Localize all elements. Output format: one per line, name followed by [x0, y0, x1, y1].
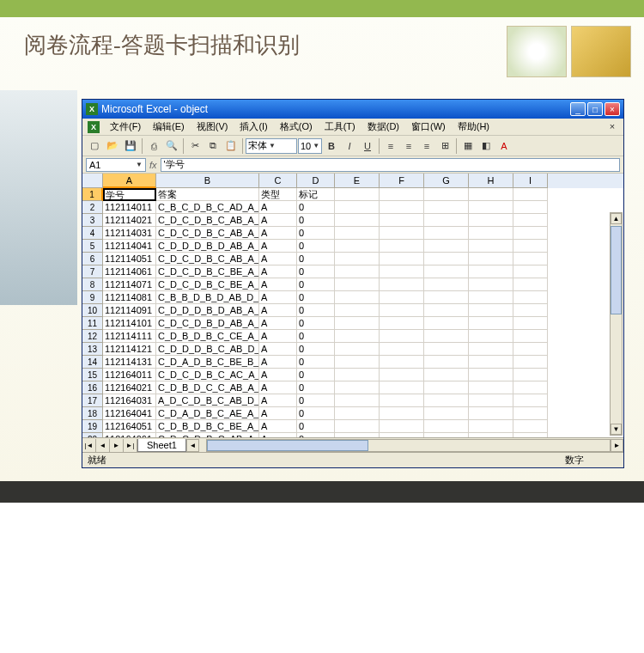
cell[interactable]: A	[259, 394, 297, 407]
cell[interactable]	[335, 369, 380, 381]
cell[interactable]	[513, 381, 548, 394]
cell[interactable]	[469, 330, 513, 343]
app-menu-icon[interactable]: X	[88, 121, 100, 133]
cell[interactable]	[513, 227, 548, 240]
vscroll-thumb[interactable]	[611, 226, 622, 314]
cell[interactable]	[513, 214, 548, 227]
cell[interactable]	[380, 317, 424, 330]
cell[interactable]	[335, 317, 380, 330]
row-header[interactable]: 2	[82, 201, 103, 214]
name-box[interactable]: A1 ▼	[86, 158, 146, 172]
cell[interactable]	[469, 291, 513, 304]
cell[interactable]	[513, 330, 548, 343]
cell[interactable]	[424, 330, 469, 343]
copy-icon[interactable]: ⧉	[204, 137, 222, 155]
formula-input[interactable]: '学号	[161, 158, 620, 172]
bold-button[interactable]: B	[323, 137, 340, 155]
cell[interactable]: C_D_D_D_B_C_AB_D_D_B	[156, 343, 259, 356]
row-header[interactable]: 16	[82, 381, 103, 394]
cell[interactable]	[335, 278, 380, 291]
menu-view[interactable]: 视图(V)	[191, 119, 234, 134]
font-size-select[interactable]: 10▼	[298, 138, 322, 154]
cell[interactable]	[424, 317, 469, 330]
col-header-G[interactable]: G	[424, 174, 469, 188]
cell[interactable]	[380, 240, 424, 253]
cell[interactable]: C_D_B_D_C_C_AB_A_B_B	[156, 381, 259, 394]
row-header[interactable]: 4	[82, 227, 103, 240]
titlebar[interactable]: X Microsoft Excel - object _ □ ×	[82, 100, 623, 119]
cell[interactable]: A	[259, 356, 297, 369]
close-button[interactable]: ×	[605, 102, 620, 116]
align-left-icon[interactable]: ≡	[382, 137, 399, 155]
cell[interactable]: 0	[297, 369, 335, 381]
row-header[interactable]: 13	[82, 343, 103, 356]
cell[interactable]: A	[259, 381, 297, 394]
cell[interactable]: 0	[297, 330, 335, 343]
col-header-B[interactable]: B	[156, 174, 259, 188]
cell[interactable]: C_D_C_D_B_C_BE_A_A_B	[156, 278, 259, 291]
row-header[interactable]: 9	[82, 291, 103, 304]
cell[interactable]	[424, 188, 469, 201]
menu-format[interactable]: 格式(O)	[275, 119, 318, 134]
cell[interactable]: 112164011	[103, 369, 156, 381]
cell[interactable]	[380, 201, 424, 214]
row-header[interactable]: 6	[82, 253, 103, 265]
menu-help[interactable]: 帮助(H)	[453, 119, 495, 134]
cell[interactable]: A	[259, 330, 297, 343]
cell[interactable]	[335, 407, 380, 420]
row-header[interactable]: 3	[82, 214, 103, 227]
cell[interactable]	[469, 201, 513, 214]
menu-tools[interactable]: 工具(T)	[319, 119, 361, 134]
cell[interactable]: 0	[297, 291, 335, 304]
cell[interactable]	[380, 343, 424, 356]
row-header[interactable]: 18	[82, 407, 103, 420]
cell[interactable]: 0	[297, 343, 335, 356]
cell[interactable]: C_D_A_D_B_C_BE_B_D_B	[156, 356, 259, 369]
hscroll-right-button[interactable]: ►	[611, 439, 623, 452]
cell[interactable]: A	[259, 227, 297, 240]
menu-edit[interactable]: 编辑(E)	[148, 119, 190, 134]
col-header-E[interactable]: E	[335, 174, 380, 188]
row-header[interactable]: 12	[82, 330, 103, 343]
cell[interactable]	[469, 265, 513, 278]
cell[interactable]	[424, 201, 469, 214]
cell[interactable]	[424, 227, 469, 240]
cell[interactable]	[380, 304, 424, 317]
cell[interactable]	[380, 214, 424, 227]
hscroll-left-button[interactable]: ◄	[186, 439, 199, 452]
cell[interactable]	[335, 381, 380, 394]
cell[interactable]	[380, 394, 424, 407]
cell[interactable]	[469, 369, 513, 381]
row-header[interactable]: 5	[82, 240, 103, 253]
cell[interactable]: 标记	[297, 188, 335, 201]
cell[interactable]: 0	[297, 265, 335, 278]
cell[interactable]: 112114091	[103, 304, 156, 317]
cell[interactable]: C_D_B_D_B_C_BE_A_D_B	[156, 420, 259, 433]
cell[interactable]: A	[259, 317, 297, 330]
cell[interactable]	[513, 369, 548, 381]
cell[interactable]: A	[259, 201, 297, 214]
cell[interactable]: 112114061	[103, 265, 156, 278]
cell[interactable]	[469, 343, 513, 356]
cell[interactable]: 112114041	[103, 240, 156, 253]
cell[interactable]	[380, 381, 424, 394]
cell[interactable]: A	[259, 253, 297, 265]
cell[interactable]: 112114021	[103, 214, 156, 227]
row-header[interactable]: 14	[82, 356, 103, 369]
fill-color-icon[interactable]: ◧	[477, 137, 495, 155]
tab-last-button[interactable]: ►|	[124, 439, 137, 452]
scroll-up-button[interactable]: ▲	[611, 213, 622, 224]
cell[interactable]: C_D_C_D_B_C_AB_A_D_B	[156, 227, 259, 240]
cell[interactable]: 0	[297, 201, 335, 214]
cell[interactable]: A	[259, 369, 297, 381]
cell[interactable]: A_D_C_D_B_C_AB_D_D_B	[156, 394, 259, 407]
minimize-button[interactable]: _	[570, 102, 586, 116]
cell[interactable]: 112114131	[103, 356, 156, 369]
cell[interactable]: 112164031	[103, 394, 156, 407]
cell[interactable]: C_D_A_D_B_C_AE_A_B_B	[156, 407, 259, 420]
cell[interactable]	[469, 381, 513, 394]
cell[interactable]: 112164041	[103, 407, 156, 420]
cell[interactable]	[469, 253, 513, 265]
cell[interactable]	[513, 317, 548, 330]
cell[interactable]	[380, 188, 424, 201]
